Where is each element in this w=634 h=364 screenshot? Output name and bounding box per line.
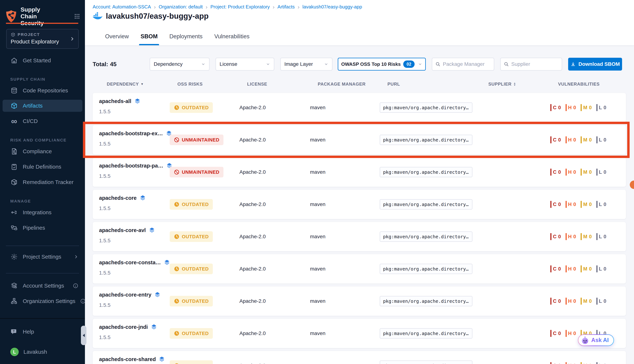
tab-sbom[interactable]: SBOM	[141, 28, 158, 45]
user-menu[interactable]: L Lavakush	[3, 346, 82, 358]
column-label: PACKAGE MANAGER	[318, 82, 366, 87]
vuln-count-h: H0	[566, 362, 576, 364]
module-grid-icon[interactable]	[74, 13, 80, 20]
sidebar-item-compliance[interactable]: Compliance	[3, 145, 82, 158]
table-row[interactable]: apacheds-core-shared1.5.5OUTDATEDApache-…	[93, 351, 626, 364]
license-cell: Apache-2.0	[239, 351, 266, 364]
clock-icon	[174, 202, 180, 207]
purl-value[interactable]: pkg:maven/org.apache.directory.s…	[380, 199, 472, 210]
info-icon[interactable]	[73, 283, 78, 288]
table-row[interactable]: apacheds-core1.5.5OUTDATEDApache-2.0mave…	[93, 190, 626, 219]
search-icon	[504, 62, 509, 67]
filter-dropdown-license[interactable]: License	[216, 58, 274, 70]
vuln-count-h: H0	[566, 298, 576, 304]
vuln-count-c: C0	[550, 201, 561, 208]
table-row[interactable]: apacheds-bootstrap-pa…1.5.5UNMAINTAINEDA…	[93, 158, 626, 187]
package-manager-cell: maven	[310, 254, 326, 284]
sidebar-item-rule-definitions[interactable]: Rule Definitions	[3, 161, 82, 173]
table-row[interactable]: apacheds-core-jndi1.5.5OUTDATEDApache-2.…	[93, 319, 626, 348]
risk-badge-outdated: OUTDATED	[170, 231, 213, 242]
vulnerabilities-cell: C0H0M0L0	[550, 158, 606, 187]
project-selector[interactable]: PROJECT Product Exploratory	[6, 29, 79, 49]
clock-icon	[174, 330, 180, 336]
sidebar-item-artifacts[interactable]: Artifacts	[3, 100, 82, 112]
breadcrumb-link[interactable]: lavakush07/easy-buggy-app	[302, 4, 362, 10]
sidebar-item-remediation-tracker[interactable]: Remediation Tracker	[3, 176, 82, 188]
org-gear-icon	[10, 297, 18, 305]
table-row[interactable]: apacheds-bootstrap-ex…1.5.5UNMAINTAINEDA…	[93, 125, 626, 154]
tab-deployments[interactable]: Deployments	[169, 28, 202, 45]
dependency-cell: apacheds-core-shared1.5.5	[99, 356, 165, 364]
ai-bot-icon	[581, 336, 589, 344]
help-chat-icon: ?	[10, 328, 18, 336]
column-header-supplier[interactable]: SUPPLIER▲▼	[488, 80, 516, 88]
vuln-count-h: H0	[566, 136, 576, 143]
help-button[interactable]: ? Help	[3, 326, 82, 338]
purl-value[interactable]: pkg:maven/org.apache.directory.s…	[380, 135, 472, 145]
purl-value[interactable]: pkg:maven/org.apache.directory.s…	[380, 296, 472, 306]
ask-ai-label: Ask AI	[591, 337, 609, 344]
search-input[interactable]	[443, 61, 491, 67]
purl-value[interactable]: pkg:maven/org.apache.directory.s…	[380, 328, 472, 338]
filter-dropdown-dependency[interactable]: Dependency	[150, 58, 209, 70]
purl-value[interactable]: pkg:maven/org.apache.directory.s…	[380, 264, 472, 274]
breadcrumb-link[interactable]: Account: Automation-SSCA	[93, 4, 151, 10]
severity-bar	[550, 201, 551, 208]
search-supplier[interactable]	[500, 58, 562, 70]
table-row[interactable]: apacheds-core-entry1.5.5OUTDATEDApache-2…	[93, 286, 626, 316]
column-header-dependency[interactable]: DEPENDENCY▼	[107, 80, 144, 88]
info-icon[interactable]	[80, 298, 86, 304]
ask-ai-button[interactable]: Ask AI	[578, 334, 614, 346]
breadcrumb-link[interactable]: Project: Product Exploratory	[210, 4, 270, 10]
table-header: DEPENDENCY▼OSS RISKSLICENSEPACKAGE MANAG…	[93, 80, 626, 88]
sidebar-item-integrations[interactable]: Integrations	[3, 206, 82, 218]
column-label: OSS RISKS	[177, 82, 203, 87]
severity-bar	[596, 266, 597, 272]
sidebar-item-account-settings[interactable]: Account Settings	[3, 280, 82, 292]
sidebar-item-code-repositories[interactable]: Code Repositories	[3, 84, 82, 96]
vuln-count-c: C0	[550, 330, 561, 337]
breadcrumb-link[interactable]: Artifacts	[277, 4, 295, 10]
purl-value[interactable]: pkg:maven/org.apache.directory.s…	[380, 102, 472, 113]
purl-value[interactable]: pkg:maven/org.apache.directory.s…	[380, 232, 472, 242]
sidebar-collapse-handle[interactable]	[81, 326, 86, 345]
user-name: Lavakush	[24, 349, 47, 355]
filter-dropdown-image-layer[interactable]: Image Layer	[280, 58, 333, 70]
tab-overview[interactable]: Overview	[105, 28, 129, 45]
owasp-risks-filter[interactable]: OWASP OSS Top 10 Risks 02	[338, 58, 426, 70]
download-sbom-button[interactable]: Download SBOM	[568, 58, 622, 70]
help-label: Help	[23, 329, 34, 335]
sidebar-item-get-started[interactable]: Get Started	[3, 54, 82, 66]
sidebar-item-project-settings[interactable]: Project Settings	[3, 251, 82, 263]
severity-bar	[581, 104, 582, 111]
risk-label: OUTDATED	[182, 105, 209, 110]
risk-label: OUTDATED	[182, 331, 209, 336]
sidebar-item-ci-cd[interactable]: ∞CI/CD	[3, 115, 82, 127]
severity-bar	[581, 168, 582, 176]
column-header-license: LICENSE	[247, 80, 267, 88]
app-shield-logo-icon	[6, 10, 17, 23]
column-label: VULNERABILITIES	[558, 82, 600, 87]
table-row[interactable]: apacheds-all1.5.5OUTDATEDApache-2.0maven…	[93, 93, 626, 122]
table-row[interactable]: apacheds-core-avl1.5.5OUTDATEDApache-2.0…	[93, 222, 626, 251]
dependency-version: 1.5.5	[99, 334, 157, 340]
severity-bar	[566, 330, 567, 337]
tab-vulnerabilities[interactable]: Vulnerabilities	[214, 28, 249, 45]
package-manager-cell: maven	[310, 158, 326, 187]
table-row[interactable]: apacheds-core-consta…1.5.5OUTDATEDApache…	[93, 254, 626, 284]
vuln-count-h: H0	[566, 330, 576, 337]
purl-value[interactable]: pkg:maven/org.apache.directory.s…	[380, 167, 472, 177]
vulnerabilities-cell: C0H0M0L0	[550, 286, 606, 316]
search-input[interactable]	[511, 61, 559, 67]
risk-badge-outdated: OUTDATED	[170, 102, 213, 113]
sidebar-item-pipelines[interactable]: Pipelines	[3, 222, 82, 234]
severity-bar	[550, 104, 551, 111]
purl-value[interactable]: pkg:maven/org.apache.directory.s…	[380, 360, 472, 364]
sidebar-item-label: Project Settings	[23, 254, 61, 260]
sidebar-item-label: Rule Definitions	[23, 164, 61, 170]
dropdown-label: License	[220, 61, 237, 67]
sidebar-section-label: SUPPLY CHAIN	[10, 77, 45, 82]
breadcrumb-link[interactable]: Organization: default	[159, 4, 203, 10]
search-package-manager[interactable]	[432, 58, 494, 70]
sidebar-item-organization-settings[interactable]: Organization Settings	[3, 295, 82, 307]
